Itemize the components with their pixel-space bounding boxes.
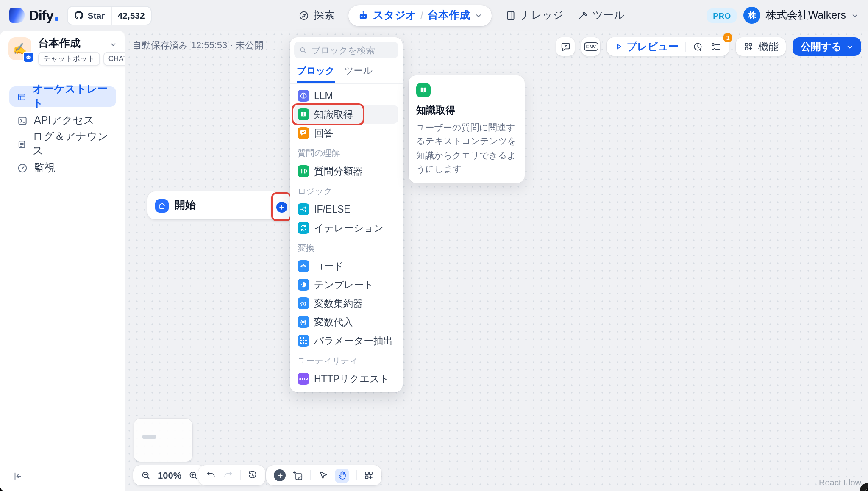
sidebar-item-api-access[interactable]: APIアクセス <box>9 110 116 130</box>
chevron-down-icon <box>474 11 482 19</box>
zoom-in-button[interactable] <box>188 470 198 480</box>
chevron-down-icon <box>851 11 859 19</box>
sidebar-item-label: オーケストレート <box>33 82 108 111</box>
sidebar-item-monitoring[interactable]: 監視 <box>9 158 116 178</box>
dify-logo[interactable]: Dify <box>9 8 59 23</box>
top-navbar: Dify Star 42,532 探索 スタジオ / 台本作成 <box>0 0 868 31</box>
block-section-logic: ロジック <box>298 186 395 197</box>
question-classifier-icon <box>298 166 309 177</box>
app-sidebar: ✍️ 台本作成 チャットボット CHAT... オーケストレート <box>0 31 125 491</box>
zoom-level[interactable]: 100% <box>158 470 181 480</box>
collapse-sidebar-button[interactable] <box>13 471 23 481</box>
block-item-if-else[interactable]: IF/ELSE <box>294 200 398 219</box>
pointer-mode-button[interactable] <box>318 470 328 480</box>
orchestrate-icon <box>17 91 27 102</box>
app-mode-tag: チャットボット <box>38 52 100 66</box>
github-star-button[interactable]: Star 42,532 <box>67 6 152 25</box>
http-request-icon: HTTP <box>298 373 309 385</box>
llm-icon <box>298 90 309 102</box>
github-icon <box>74 10 84 20</box>
block-item-answer[interactable]: 回答 <box>294 124 398 142</box>
nav-item-knowledge[interactable]: ナレッジ <box>505 8 563 22</box>
sidebar-item-orchestrate[interactable]: オーケストレート <box>9 86 116 107</box>
add-block-annotation <box>271 192 292 221</box>
explore-compass-icon <box>298 10 309 21</box>
autosave-status: 自動保存済み 12:55:53 · 未公開 <box>132 39 264 52</box>
redo-button[interactable] <box>223 470 233 480</box>
if-else-icon <box>298 204 309 215</box>
zoom-out-button[interactable] <box>141 470 151 480</box>
start-node-label: 開始 <box>175 198 196 213</box>
app-header[interactable]: ✍️ 台本作成 チャットボット CHAT... <box>0 31 125 66</box>
divider <box>356 470 357 480</box>
nav-item-explore[interactable]: 探索 <box>298 8 335 22</box>
block-section-question-understanding: 質問の理解 <box>298 147 395 159</box>
minimap[interactable] <box>134 419 192 462</box>
block-list: LLM 知識取得 回答 質問の理解 <box>294 84 398 388</box>
preview-label: プレビュー <box>627 39 679 54</box>
block-item-parameter-extractor[interactable]: パラメーター抽出 <box>294 331 398 350</box>
add-note-button[interactable] <box>292 470 303 481</box>
history-clock-icon <box>248 470 258 480</box>
zoom-in-icon <box>188 470 198 480</box>
env-icon: ENV <box>584 42 598 51</box>
block-item-variable-aggregator[interactable]: {x} 変数集約器 <box>294 294 398 313</box>
preview-pill: プレビュー 1 <box>607 37 729 56</box>
hand-mode-button-active[interactable] <box>335 468 349 483</box>
app-title: 台本作成 <box>38 37 138 49</box>
tab-tools[interactable]: ツール <box>344 64 373 83</box>
nav-item-tools[interactable]: ツール <box>577 8 625 22</box>
terminal-icon <box>17 115 28 126</box>
nav-item-studio-active[interactable]: スタジオ / 台本作成 <box>348 5 491 26</box>
run-history-button[interactable] <box>693 41 704 52</box>
history-button[interactable] <box>248 470 258 480</box>
block-item-question-classifier[interactable]: 質問分類器 <box>294 162 398 180</box>
preview-button[interactable]: プレビュー <box>615 39 679 54</box>
collapse-arrow-icon <box>13 471 23 481</box>
block-search-input[interactable] <box>310 44 393 56</box>
search-icon <box>299 46 306 54</box>
template-icon <box>298 279 309 291</box>
redo-icon <box>223 470 233 480</box>
chat-variables-button[interactable] <box>556 37 575 56</box>
tooltip-description: ユーザーの質問に関連するテキストコンテンツを知識からクエリできるようにします <box>416 120 517 175</box>
chevron-down-icon[interactable] <box>109 41 117 48</box>
block-panel-tabs: ブロック ツール <box>297 64 396 83</box>
navbar-left: Dify Star 42,532 <box>9 6 152 25</box>
block-search[interactable] <box>294 42 398 58</box>
block-item-http-request[interactable]: HTTP HTTPリクエスト <box>294 369 398 388</box>
add-block-button[interactable] <box>276 201 287 212</box>
block-item-llm[interactable]: LLM <box>294 86 398 105</box>
variable-aggregator-icon: {x} <box>298 298 309 309</box>
block-item-iteration[interactable]: イテレーション <box>294 219 398 237</box>
features-button[interactable]: 機能 <box>736 37 786 56</box>
block-item-code[interactable]: </> コード <box>294 257 398 275</box>
navbar-center: 探索 スタジオ / 台本作成 ナレッジ ツール <box>298 0 625 31</box>
workflow-canvas[interactable]: 自動保存済み 12:55:53 · 未公開 ENV プレビュー <box>125 31 868 491</box>
block-item-variable-assigner[interactable]: {=} 変数代入 <box>294 313 398 331</box>
undo-button[interactable] <box>206 470 216 480</box>
sidebar-item-logs[interactable]: ログ＆アナウンス <box>9 134 116 154</box>
start-node[interactable]: 開始 <box>147 191 280 219</box>
block-item-template[interactable]: テンプレート <box>294 275 398 294</box>
block-item-knowledge-retrieval[interactable]: 知識取得 <box>294 105 398 124</box>
tab-blocks[interactable]: ブロック <box>297 64 335 83</box>
hand-icon <box>337 470 347 480</box>
divider <box>685 42 686 52</box>
environment-variables-button[interactable]: ENV <box>582 37 601 56</box>
plus-icon <box>276 472 284 479</box>
block-selector-panel: ブロック ツール LLM 知識取得 <box>290 37 403 392</box>
robot-icon <box>358 10 369 21</box>
publish-label: 公開する <box>801 39 842 54</box>
parameter-extractor-icon <box>298 335 309 347</box>
checklist-button[interactable] <box>711 41 722 52</box>
publish-button[interactable]: 公開する <box>793 37 861 56</box>
sidebar-item-label: APIアクセス <box>34 113 95 128</box>
react-flow-attribution: React Flow <box>819 478 861 487</box>
nav-explore-label: 探索 <box>314 8 335 22</box>
note-icon <box>292 470 303 481</box>
gauge-icon <box>17 162 28 173</box>
organize-blocks-button[interactable] <box>364 470 374 480</box>
add-node-button[interactable] <box>274 469 286 481</box>
account-menu[interactable]: 株 株式会社Walkers <box>744 7 859 24</box>
